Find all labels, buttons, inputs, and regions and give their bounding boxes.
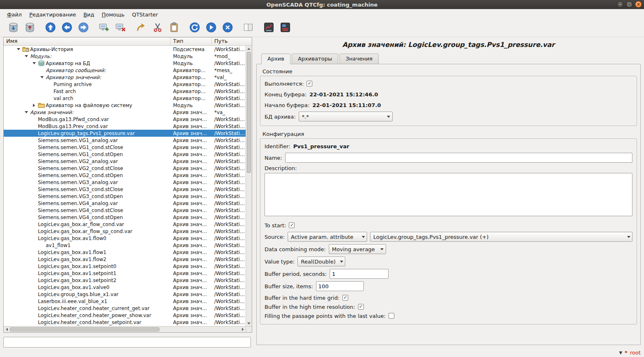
buffer-period-input[interactable]: [330, 269, 389, 279]
fill-last-value-checkbox[interactable]: [389, 313, 394, 319]
scroll-right-button[interactable]: [240, 327, 246, 332]
tree-row[interactable]: Puming archiveАрхиватор…/WorkStati…: [4, 81, 246, 88]
qtcfg-module-button[interactable]: [261, 21, 276, 36]
tree-row[interactable]: Siemens.semen.VG1_cond.stOpenАрхив знач……: [4, 151, 246, 158]
manual-button[interactable]: [241, 21, 256, 36]
cut-item-button[interactable]: [150, 21, 165, 36]
tree-row[interactable]: LogicLev.gas_box.av1.setpoint1Архив знач…: [4, 270, 246, 277]
scroll-left-button[interactable]: [4, 327, 9, 332]
hard-grid-checkbox[interactable]: [342, 295, 348, 301]
tree-column-path[interactable]: Путь: [212, 37, 252, 45]
archive-db-combobox[interactable]: *.*: [299, 112, 393, 121]
copy-item-button[interactable]: [133, 21, 149, 36]
tree-row[interactable]: Siemens.semen.VG3_cond.stCloseАрхив знач…: [4, 186, 246, 193]
paste-item-button[interactable]: [166, 21, 182, 36]
close-button[interactable]: ×: [635, 1, 642, 8]
tree-horizontal-scrollbar[interactable]: [4, 326, 252, 332]
tree-row[interactable]: Архиватор значений:Архиватор…*val_: [4, 74, 246, 81]
description-textarea[interactable]: [265, 173, 632, 216]
minimize-button[interactable]: –: [617, 1, 624, 8]
scroll-down-button[interactable]: [246, 320, 252, 326]
tree-row[interactable]: Siemens.semen.VG4_cond.stCloseАрхив знач…: [4, 207, 246, 214]
tree-row[interactable]: Архив значений:Архив знач…*va_: [4, 109, 246, 116]
tree-row[interactable]: LogicLev.gas_box.ar_flow_sp_cond.varАрхи…: [4, 228, 246, 235]
menu-file[interactable]: Файл: [3, 10, 26, 19]
tree-row[interactable]: LogicLev.heater_cond.heater_setpoint.var…: [4, 319, 246, 326]
tree-row[interactable]: LogicLev.gas_box.av1.flow2Архив знач…/Wo…: [4, 256, 246, 263]
buffer-size-input[interactable]: [316, 281, 364, 291]
tree-row[interactable]: Архиватор сообщений:Архиватор…*mess_: [4, 67, 246, 74]
stop-update-button[interactable]: [220, 21, 235, 36]
expander-expanded-icon[interactable]: [22, 109, 30, 116]
add-item-button[interactable]: [96, 21, 112, 36]
expander-expanded-icon[interactable]: [14, 46, 22, 53]
start-update-button[interactable]: [204, 21, 219, 36]
tree-row[interactable]: ModBus.ga13.Pfwd_cond.varАрхив знач…/Wor…: [4, 116, 246, 123]
tab-archive[interactable]: Архив: [261, 54, 290, 64]
tree-row[interactable]: LogicLev.gas_box.av1.setpoint0Архив знач…: [4, 263, 246, 270]
tree-row[interactable]: Fast archАрхиватор…/WorkStati…: [4, 88, 246, 95]
tree-row[interactable]: Архивы-ИсторияПодсистема/WorkStati…: [4, 46, 246, 53]
maximize-button[interactable]: □: [626, 1, 633, 8]
source-combobox[interactable]: LogicLev.group_tags.Pvs1_pressure.var (+…: [370, 232, 632, 242]
vertical-scrollbar-thumb[interactable]: [247, 52, 251, 173]
source-mode-combobox[interactable]: Active param. attribute: [288, 232, 367, 242]
tree-row[interactable]: Siemens.semen.VG2_cond.stOpenАрхив знач……: [4, 172, 246, 179]
tree-row[interactable]: LogicLev.heater_cond.heater_current_get.…: [4, 305, 246, 312]
current-user[interactable]: root: [630, 350, 641, 356]
horizontal-scrollbar-track[interactable]: [9, 327, 240, 332]
previous-button[interactable]: [59, 21, 75, 36]
tab-values[interactable]: Значения: [340, 54, 379, 64]
tree-row[interactable]: LogicLev.gas_box.av1.valve0Архив знач…/W…: [4, 284, 246, 291]
load-from-db-button[interactable]: [6, 21, 21, 36]
tree-row[interactable]: av1_flow1Архив знач…/WorkStati…: [4, 242, 246, 249]
next-button[interactable]: [76, 21, 91, 36]
tree-column-name[interactable]: Имя: [4, 37, 171, 45]
tree-status-input[interactable]: [3, 337, 251, 348]
tree-row[interactable]: Siemens.semen.VG4_analog.varАрхив знач…/…: [4, 200, 246, 207]
tree-row[interactable]: Siemens.semen.VG1_analog.varАрхив знач…/…: [4, 137, 246, 144]
name-input[interactable]: [285, 153, 632, 163]
menu-qtstarter[interactable]: QTStarter: [128, 10, 162, 19]
tree-row[interactable]: ModBus.ga13.Prev_cond.varАрхив знач…/Wor…: [4, 123, 246, 130]
tree-row[interactable]: LogicLev.gas_box.ar_flow_cond.varАрхив з…: [4, 221, 246, 228]
high-resolution-checkbox[interactable]: [358, 304, 364, 310]
tree-row[interactable]: val archАрхиватор…/WorkStati…: [4, 95, 246, 102]
expander-expanded-icon[interactable]: [30, 60, 38, 67]
tree-row[interactable]: Модуль:Модуль*mod_: [4, 53, 246, 60]
to-start-checkbox[interactable]: [289, 222, 295, 228]
tree-row[interactable]: Siemens.semen.VG1_cond.stCloseАрхив знач…: [4, 144, 246, 151]
tree-row[interactable]: Siemens.semen.VG3_analog.varАрхив знач…/…: [4, 179, 246, 186]
tree-row[interactable]: Siemens.semen.VG2_cond.stCloseАрхив знач…: [4, 165, 246, 172]
combining-mode-combobox[interactable]: Moving average: [329, 244, 386, 254]
vertical-scrollbar-track[interactable]: [246, 51, 252, 320]
tree-row[interactable]: LogicLev.heater_cond.heater_power_show.v…: [4, 312, 246, 319]
menu-edit[interactable]: Редактирование: [26, 10, 80, 19]
expander-expanded-icon[interactable]: [22, 53, 30, 60]
tree-row[interactable]: LogicLev.gas_box.av1.flow1Архив знач…/Wo…: [4, 249, 246, 256]
tree-row[interactable]: LogicLev.gas_box.av1.flow0Архив знач…/Wo…: [4, 235, 246, 242]
vision-module-button[interactable]: [278, 21, 293, 36]
expander-expanded-icon[interactable]: [38, 74, 46, 81]
running-checkbox[interactable]: [307, 81, 312, 86]
tab-archivers[interactable]: Архиваторы: [292, 54, 338, 64]
tree-row[interactable]: LogicLev.group_tags.Pvs1_pressure.varАрх…: [4, 130, 246, 137]
tree-row[interactable]: LogicLev.group_tags.blue_x1.varАрхив зна…: [4, 291, 246, 298]
tree-row[interactable]: Laserbox.iii.eee.val_blue_x1Архив знач…/…: [4, 298, 246, 305]
tree-row[interactable]: Siemens.semen.VG2_analog.varАрхив знач…/…: [4, 158, 246, 165]
tree-vertical-scrollbar[interactable]: [246, 46, 252, 326]
horizontal-scrollbar-thumb[interactable]: [10, 327, 159, 331]
tree-row[interactable]: Архиватор на БДМодуль/WorkStati…: [4, 60, 246, 67]
tree-row[interactable]: Siemens.semen.VG4_cond.stOpenАрхив знач……: [4, 214, 246, 221]
menu-help[interactable]: Помощь: [98, 10, 128, 19]
scroll-up-button[interactable]: [246, 46, 252, 51]
save-to-db-button[interactable]: [22, 21, 37, 36]
delete-item-button[interactable]: [113, 21, 128, 36]
user-menu-caret-icon[interactable]: ▼: [619, 350, 622, 355]
up-button[interactable]: [43, 21, 58, 36]
menu-view[interactable]: Вид: [80, 10, 98, 19]
value-type-combobox[interactable]: Real(Double): [297, 257, 345, 266]
tree-row[interactable]: LogicLev.gas_box.av1.setpoint2Архив знач…: [4, 277, 246, 284]
refresh-button[interactable]: [187, 21, 202, 36]
tree-row[interactable]: Архиватор на файловую системуМодуль/Work…: [4, 102, 246, 109]
